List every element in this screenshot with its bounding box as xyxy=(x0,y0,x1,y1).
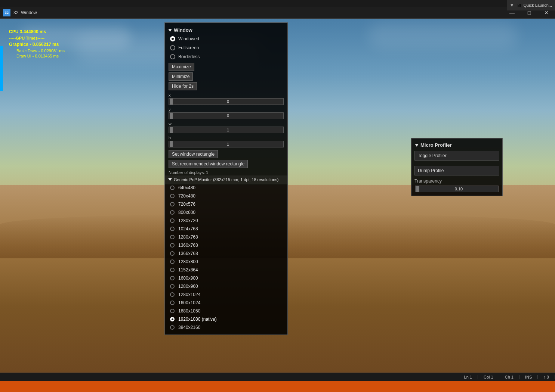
monitor-triangle-icon xyxy=(168,178,172,181)
resolution-item[interactable]: 1600x1024 xyxy=(165,299,287,307)
resolution-radio-circle xyxy=(170,194,175,198)
quicklaunch-bar: ▼ 🖥 Quick Launch... xyxy=(507,0,555,10)
x-slider-thumb[interactable] xyxy=(170,99,173,105)
x-slider-row: x 0 xyxy=(165,92,287,106)
resolution-label: 1600x1024 xyxy=(178,300,200,305)
resolution-item[interactable]: 1600x900 xyxy=(165,274,287,282)
monitor-label: Generic PnP Monitor (382x215 mm; 1 dpi; … xyxy=(174,177,278,182)
resolution-item[interactable]: 1280x800 xyxy=(165,258,287,266)
window-panel: Window Windowed Fullscreen Borderless Ma… xyxy=(164,22,288,335)
resolution-item[interactable]: 800x600 xyxy=(165,208,287,217)
windowed-radio[interactable]: Windowed xyxy=(165,34,287,43)
resolution-item[interactable]: 1280x768 xyxy=(165,233,287,241)
left-panel: CPU 3.444800 ms -----GPU Times----- Grap… xyxy=(0,25,112,63)
resolution-radio-circle xyxy=(170,284,175,289)
resolutions-list: 640x480720x480720x576800x6001280x7201024… xyxy=(165,184,287,332)
window-panel-title: Window xyxy=(174,27,192,33)
maximize-button[interactable]: Maximize xyxy=(169,63,194,71)
fullscreen-radio[interactable]: Fullscreen xyxy=(165,43,287,52)
quicklaunch-icon: 🖥 xyxy=(517,3,521,8)
resolution-radio-circle xyxy=(170,235,175,239)
borderless-radio[interactable]: Borderless xyxy=(165,52,287,61)
profiler-panel-header: Micro Profiler xyxy=(411,141,502,149)
titlebar: 32 32_Window — □ ✕ xyxy=(0,7,555,19)
y-slider[interactable]: 0 xyxy=(169,112,284,119)
resolution-label: 1360x768 xyxy=(178,243,198,248)
resolution-label: 800x600 xyxy=(178,210,195,215)
resolution-item[interactable]: 1360x768 xyxy=(165,241,287,249)
resolution-label: 1280x768 xyxy=(178,234,198,240)
resolution-item[interactable]: 3840x2160 xyxy=(165,323,287,332)
status-ln: Ln 1 xyxy=(459,375,478,379)
status-ins: INS xyxy=(519,375,538,379)
resolution-item[interactable]: 640x480 xyxy=(165,184,287,192)
resolution-radio-circle xyxy=(170,325,175,330)
profiler-panel: Micro Profiler Toggle Profiler Dump Prof… xyxy=(411,138,503,196)
hide-button[interactable]: Hide for 2s xyxy=(169,82,197,90)
x-slider[interactable]: 0 xyxy=(169,98,284,105)
graphics-text: Graphics - 0.056217 ms xyxy=(9,42,108,47)
resolution-label: 720x576 xyxy=(178,202,195,207)
w-slider-thumb[interactable] xyxy=(170,127,173,133)
y-label: y xyxy=(169,107,284,112)
resolution-item[interactable]: 1680x1050 xyxy=(165,307,287,315)
titlebar-icon: 32 xyxy=(3,9,10,16)
h-slider-thumb[interactable] xyxy=(170,141,173,147)
y-slider-row: y 0 xyxy=(165,106,287,120)
resolution-item[interactable]: 1280x720 xyxy=(165,217,287,225)
set-recommended-rect-button[interactable]: Set recommended window rectangle xyxy=(169,160,248,168)
resolution-item[interactable]: 1280x960 xyxy=(165,282,287,290)
resolution-label: 1920x1080 (native) xyxy=(178,317,217,322)
resolution-radio-circle xyxy=(170,276,175,280)
resolution-label: 1680x1050 xyxy=(178,308,200,314)
resolution-radio-circle xyxy=(170,210,175,215)
windowed-label: Windowed xyxy=(178,36,199,41)
status-arrow: ↑ 0 xyxy=(538,375,555,379)
transparency-slider-value: 0.10 xyxy=(419,187,498,191)
transparency-slider-row: 0.10 xyxy=(411,184,502,193)
transparency-slider-thumb[interactable] xyxy=(416,186,419,192)
resolution-radio-circle xyxy=(170,186,175,190)
h-label: h xyxy=(169,136,284,140)
window-panel-header: Window xyxy=(165,26,287,34)
w-slider-value: 1 xyxy=(173,128,283,132)
resolution-item[interactable]: 1920x1080 (native) xyxy=(165,315,287,323)
resolution-item[interactable]: 1024x768 xyxy=(165,225,287,233)
transparency-slider[interactable]: 0.10 xyxy=(415,186,499,192)
draw-ui-text: Draw UI - 0.013465 ms xyxy=(9,54,108,58)
profiler-triangle-icon xyxy=(415,144,419,147)
resolution-item[interactable]: 1152x864 xyxy=(165,266,287,274)
resolution-item[interactable]: 1280x1024 xyxy=(165,290,287,299)
monitor-header: Generic PnP Monitor (382x215 mm; 1 dpi; … xyxy=(165,175,287,184)
resolution-radio-circle xyxy=(170,268,175,272)
resolution-item[interactable]: 720x480 xyxy=(165,192,287,200)
minimize-button[interactable]: Minimize xyxy=(169,72,193,81)
toggle-profiler-button[interactable]: Toggle Profiler xyxy=(414,151,499,161)
resolution-radio-circle xyxy=(170,259,175,264)
fullscreen-radio-circle xyxy=(170,45,175,50)
w-label: w xyxy=(169,121,284,126)
resolution-label: 1366x768 xyxy=(178,251,198,256)
windowed-radio-circle xyxy=(170,36,175,41)
resolution-radio-circle xyxy=(170,251,175,256)
y-slider-thumb[interactable] xyxy=(170,113,173,119)
resolution-item[interactable]: 1366x768 xyxy=(165,249,287,258)
borderless-label: Borderless xyxy=(178,54,200,59)
resolution-radio-circle xyxy=(170,317,175,321)
quicklaunch-text[interactable]: Quick Launch... xyxy=(524,3,552,7)
h-slider-value: 1 xyxy=(173,142,283,146)
w-slider[interactable]: 1 xyxy=(169,127,284,133)
dump-profile-button[interactable]: Dump Profile xyxy=(414,166,499,175)
titlebar-title: 32_Window xyxy=(13,10,503,15)
quicklaunch-arrow[interactable]: ▼ xyxy=(510,3,514,8)
h-slider-row: h 1 xyxy=(165,134,287,149)
window-triangle-icon xyxy=(168,29,172,32)
set-rect-button[interactable]: Set window rectangle xyxy=(169,150,218,158)
num-displays: Number of displays: 1 xyxy=(165,169,287,175)
resolution-label: 1600x900 xyxy=(178,276,198,281)
resolution-label: 1280x720 xyxy=(178,218,198,223)
resolution-radio-circle xyxy=(170,301,175,305)
resolution-label: 1280x960 xyxy=(178,284,198,289)
h-slider[interactable]: 1 xyxy=(169,141,284,147)
resolution-item[interactable]: 720x576 xyxy=(165,200,287,208)
